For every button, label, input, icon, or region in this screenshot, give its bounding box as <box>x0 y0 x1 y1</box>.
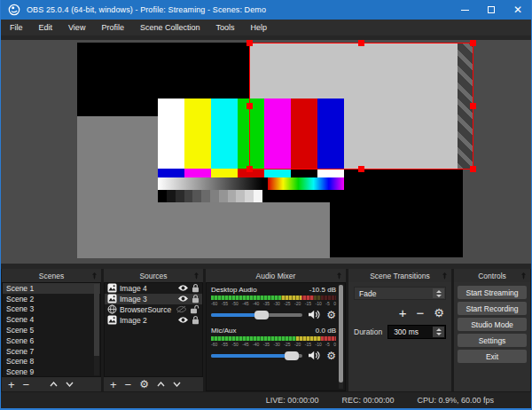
scene-list-item[interactable]: Scene 9 <box>3 367 100 377</box>
close-button[interactable]: ✕ <box>505 0 531 20</box>
scene-list-item[interactable]: Scene 1 <box>3 283 100 294</box>
pin-icon[interactable] <box>336 272 342 280</box>
menu-tools[interactable]: Tools <box>207 20 242 35</box>
combo-spinner[interactable] <box>433 288 444 298</box>
selection-rectangle[interactable] <box>249 43 473 170</box>
scenes-panel-header[interactable]: Scenes <box>2 269 101 282</box>
move-source-up-button[interactable] <box>157 382 165 387</box>
title-bar[interactable]: OBS 25.0.4 (64-bit, windows) - Profile: … <box>1 0 531 20</box>
pin-icon[interactable] <box>91 272 98 280</box>
minimize-icon <box>461 10 469 11</box>
visibility-eye-icon[interactable] <box>177 316 189 326</box>
lock-closed-icon[interactable] <box>192 315 200 327</box>
sources-panel-header[interactable]: Sources <box>104 269 203 282</box>
scenes-scrollbar-thumb[interactable] <box>94 284 99 356</box>
source-row[interactable]: Image 3 <box>105 294 202 304</box>
pin-icon[interactable] <box>442 272 448 280</box>
menu-view[interactable]: View <box>60 20 93 35</box>
source-properties-gear-icon[interactable]: ⚙ <box>139 379 149 390</box>
channel-settings-gear-icon[interactable]: ⚙ <box>326 351 336 361</box>
channel-name: Mic/Aux <box>211 327 236 335</box>
cpu-fps-stats: CPU: 0.9%, 60.00 fps <box>417 396 494 405</box>
pin-icon[interactable] <box>520 272 527 280</box>
resize-handle-mid-right[interactable] <box>470 103 476 109</box>
scene-list-item[interactable]: Scene 8 <box>3 357 100 367</box>
sources-panel-title: Sources <box>139 272 167 280</box>
scene-list-item[interactable]: Scene 2 <box>3 294 100 304</box>
scene-list-item[interactable]: Scene 6 <box>3 335 100 346</box>
remove-transition-button[interactable]: − <box>417 306 425 319</box>
speaker-icon[interactable] <box>308 348 321 364</box>
resize-handle-top-right[interactable] <box>470 40 476 46</box>
scene-list-item[interactable]: Scene 7 <box>3 346 100 357</box>
mixer-scrollbar[interactable] <box>339 285 343 389</box>
transition-select[interactable]: Fade <box>354 287 446 300</box>
resize-handle-bottom-right[interactable] <box>470 166 476 172</box>
resize-handle-top-left[interactable] <box>246 40 253 46</box>
channel-settings-gear-icon[interactable]: ⚙ <box>326 310 336 320</box>
remove-scene-button[interactable]: − <box>23 379 30 390</box>
source-row[interactable]: Image 2 <box>105 315 202 326</box>
controls-panel-header[interactable]: Controls <box>454 269 530 282</box>
scene-canvas[interactable] <box>1 40 531 264</box>
mixer-panel-header[interactable]: Audio Mixer <box>206 269 346 282</box>
studio-mode-button[interactable]: Studio Mode <box>458 318 527 331</box>
mixer-scrollbar-thumb[interactable] <box>339 285 343 382</box>
channel-level-db: 0.0 dB <box>316 327 336 335</box>
scene-list-item[interactable]: Scene 5 <box>3 325 100 335</box>
scene-list-item[interactable]: Scene 3 <box>3 304 100 315</box>
visibility-eye-hidden-icon[interactable] <box>176 305 187 315</box>
channel-name: Desktop Audio <box>211 286 257 295</box>
grayscale-ramp <box>158 177 262 190</box>
scene-list-item[interactable]: Scene 4 <box>3 314 100 325</box>
rec-timer: REC: 00:00:00 <box>341 396 394 405</box>
start-streaming-button[interactable]: Start Streaming <box>458 286 527 299</box>
menu-file[interactable]: File <box>2 20 31 35</box>
move-scene-up-button[interactable] <box>50 382 58 387</box>
volume-slider[interactable] <box>211 354 302 358</box>
transition-properties-gear-icon[interactable]: ⚙ <box>434 307 444 319</box>
source-row[interactable]: BrowserSource <box>105 304 202 315</box>
scene-item-black-bottom[interactable] <box>330 170 463 257</box>
menu-help[interactable]: Help <box>242 20 275 35</box>
move-source-down-button[interactable] <box>173 382 181 387</box>
smpte-gradient-row <box>158 177 344 190</box>
volume-slider-knob[interactable] <box>254 311 269 319</box>
exit-button[interactable]: Exit <box>458 350 527 363</box>
settings-button[interactable]: Settings <box>458 334 527 347</box>
obs-window: OBS 25.0.4 (64-bit, windows) - Profile: … <box>0 0 532 410</box>
visibility-eye-icon[interactable] <box>177 284 189 294</box>
menu-profile[interactable]: Profile <box>93 20 132 35</box>
move-scene-down-button[interactable] <box>66 382 74 387</box>
resize-handle-bottom-mid[interactable] <box>358 166 364 172</box>
transitions-panel-header[interactable]: Scene Transitions <box>348 269 451 282</box>
resize-handle-top-mid[interactable] <box>358 40 364 46</box>
maximize-button[interactable] <box>478 0 505 20</box>
volume-slider[interactable] <box>211 313 302 317</box>
volume-slider-knob[interactable] <box>285 351 299 360</box>
speaker-icon[interactable] <box>308 307 321 323</box>
menu-edit[interactable]: Edit <box>31 20 61 35</box>
minimize-button[interactable] <box>451 0 478 20</box>
start-recording-button[interactable]: Start Recording <box>458 302 527 315</box>
source-row[interactable]: Image 4 <box>105 283 202 294</box>
menu-scene-collection[interactable]: Scene Collection <box>132 20 208 35</box>
remove-source-button[interactable]: − <box>125 379 132 390</box>
resize-handle-bottom-left[interactable] <box>246 166 253 172</box>
close-icon: ✕ <box>513 4 522 15</box>
sources-list: Image 4 Image 3 <box>104 282 203 377</box>
scenes-panel-title: Scenes <box>39 272 64 280</box>
add-scene-button[interactable]: + <box>8 379 15 390</box>
preview-area <box>1 35 531 269</box>
resize-handle-mid-left[interactable] <box>246 103 253 109</box>
channel-level-db: -10.5 dB <box>309 286 336 295</box>
source-name: Image 3 <box>120 295 175 304</box>
duration-input[interactable]: 300 ms <box>387 325 446 339</box>
duration-spinner[interactable] <box>433 327 444 337</box>
scenes-scrollbar[interactable] <box>94 284 99 375</box>
add-transition-button[interactable]: + <box>399 306 407 319</box>
visibility-eye-icon[interactable] <box>177 295 189 304</box>
source-name: BrowserSource <box>120 305 173 314</box>
add-source-button[interactable]: + <box>110 379 117 390</box>
pin-icon[interactable] <box>193 272 200 280</box>
